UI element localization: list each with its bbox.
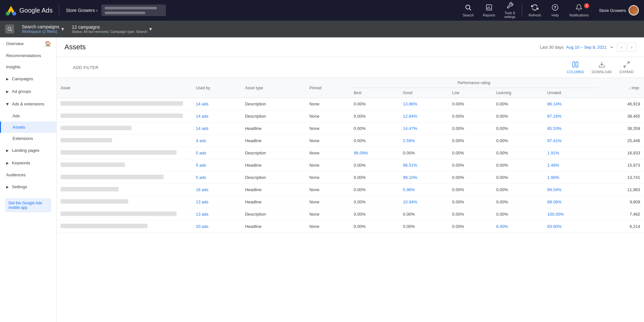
expand-button[interactable]: EXPAND <box>617 60 636 75</box>
date-prev-button[interactable]: ‹ <box>617 43 626 52</box>
used-by-cell[interactable]: 5 ads <box>192 159 241 171</box>
asset-type-header[interactable]: Asset type <box>241 78 306 98</box>
unrated-cell[interactable]: 89.06% <box>543 196 598 208</box>
used-by-cell[interactable]: 14 ads <box>192 98 241 110</box>
content-header: Assets Last 30 days Aug 10 – Sep 8, 2021… <box>57 37 644 57</box>
tools-nav-button[interactable]: Tools &settings <box>500 1 519 20</box>
best-header[interactable]: Best <box>350 88 399 98</box>
date-next-button[interactable]: › <box>627 43 636 52</box>
sidebar-item-keywords[interactable]: ▸ Keywords <box>0 157 56 169</box>
sidebar-item-landing-pages[interactable]: ▸ Landing pages <box>0 144 56 157</box>
notifications-nav-button[interactable]: 1 Notifications <box>565 3 592 18</box>
good-cell[interactable]: 13.86% <box>399 98 448 110</box>
sidebar-item-ad-groups[interactable]: ▸ Ad groups <box>0 85 56 98</box>
good-cell[interactable]: 5.96% <box>399 184 448 196</box>
svg-point-3 <box>466 5 470 9</box>
unrated-cell[interactable]: 97.41% <box>543 135 598 147</box>
filter-icon[interactable] <box>64 64 70 71</box>
used-by-cell[interactable]: 16 ads <box>192 184 241 196</box>
used-by-cell[interactable]: 5 ads <box>192 147 241 159</box>
campaign-selector[interactable]: Search campaigns Workspace (2 filters) ▾ <box>22 24 64 34</box>
campaign-search-box[interactable] <box>5 24 14 34</box>
sidebar-item-campaigns[interactable]: ▸ Campaigns <box>0 73 56 85</box>
avatar[interactable] <box>629 5 639 15</box>
unrated-cell[interactable]: 85.53% <box>543 122 598 135</box>
unrated-cell[interactable]: 86.14% <box>543 98 598 110</box>
good-cell[interactable]: 12.84% <box>399 110 448 122</box>
asset-type-cell: Description <box>241 98 306 110</box>
used-by-header[interactable]: Used by <box>192 78 241 98</box>
sidebar-item-ads[interactable]: Ads <box>0 110 56 122</box>
columns-button[interactable]: COLUMNS <box>564 60 587 75</box>
impr-cell: 38,465 <box>598 110 644 122</box>
unrated-cell[interactable]: 100.00% <box>543 208 598 220</box>
unrated-cell[interactable]: 93.60% <box>543 220 598 233</box>
settings-expand-icon: ▸ <box>6 184 9 190</box>
good-cell[interactable]: 10.94% <box>399 196 448 208</box>
blurred-asset <box>61 101 183 106</box>
download-button[interactable]: DOWNLOAD <box>589 60 615 75</box>
used-by-cell[interactable]: 14 ads <box>192 110 241 122</box>
account-name-right[interactable]: Store Growers <box>599 8 626 13</box>
sidebar-item-ads-extensions[interactable]: ▾ Ads & extensions <box>0 98 56 110</box>
pinned-header[interactable]: Pinned <box>305 78 350 98</box>
chevron-right-icon: › <box>96 8 98 13</box>
assets-label: Assets <box>13 125 25 130</box>
used-by-cell[interactable]: 20 ads <box>192 220 241 233</box>
add-filter-button[interactable]: ADD FILTER <box>73 65 99 70</box>
learning-header[interactable]: Learning <box>492 88 543 98</box>
campaign-count-selector[interactable]: 12 campaigns Status: All but removed, Ca… <box>72 24 152 34</box>
good-cell[interactable]: 98.10% <box>399 171 448 184</box>
asset-type-cell: Headline <box>241 159 306 171</box>
sidebar-item-insights[interactable]: Insights <box>0 61 56 73</box>
sidebar-item-assets[interactable]: Assets <box>0 122 56 133</box>
good-cell[interactable]: 98.51% <box>399 159 448 171</box>
refresh-nav-button[interactable]: Refresh <box>525 3 545 18</box>
good-header[interactable]: Good <box>399 88 448 98</box>
asset-header[interactable]: Asset <box>57 78 192 98</box>
sidebar-item-extensions[interactable]: Extensions <box>0 133 56 144</box>
used-by-cell[interactable]: 13 ads <box>192 196 241 208</box>
used-by-cell[interactable]: 14 ads <box>192 122 241 135</box>
unrated-cell[interactable]: 87.16% <box>543 110 598 122</box>
learning-cell[interactable]: 6.40% <box>492 220 543 233</box>
used-by-cell[interactable]: 5 ads <box>192 171 241 184</box>
sidebar-footer: Get the Google Ads mobile app <box>0 193 56 218</box>
good-cell[interactable]: 14.47% <box>399 122 448 135</box>
blurred-asset <box>61 126 131 130</box>
unrated-cell[interactable]: 1.90% <box>543 171 598 184</box>
unrated-cell[interactable]: 1.91% <box>543 147 598 159</box>
used-by-cell[interactable]: 13 ads <box>192 208 241 220</box>
reports-nav-label: Reports <box>483 13 495 17</box>
campaign-count-dropdown-arrow: ▾ <box>149 25 152 33</box>
sidebar-item-settings[interactable]: ▸ Settings <box>0 181 56 193</box>
expand-icon <box>623 61 630 70</box>
mobile-app-button[interactable]: Get the Google Ads mobile app <box>5 198 51 212</box>
used-by-cell[interactable]: 4 ads <box>192 135 241 147</box>
date-range-value[interactable]: Aug 10 – Sep 8, 2021 <box>566 45 607 50</box>
blurred-asset <box>61 199 128 204</box>
asset-type-cell: Description <box>241 171 306 184</box>
learning-cell: 0.00% <box>492 208 543 220</box>
date-dropdown-icon[interactable] <box>609 44 614 50</box>
unrated-cell[interactable]: 1.49% <box>543 159 598 171</box>
impr-cell: 16,933 <box>598 147 644 159</box>
sidebar-item-overview[interactable]: Overview 🏠 <box>0 37 56 50</box>
account-nav-name[interactable]: Store Growers › <box>66 8 98 13</box>
impr-header[interactable]: ↓ Impr. <box>598 78 644 98</box>
sidebar-item-audiences[interactable]: Audiences <box>0 169 56 181</box>
date-nav: ‹ › <box>617 43 636 52</box>
low-header[interactable]: Low <box>448 88 493 98</box>
low-cell: 0.00% <box>448 110 493 122</box>
unrated-cell[interactable]: 94.04% <box>543 184 598 196</box>
blurred-asset <box>61 224 148 228</box>
asset-cell <box>57 135 192 147</box>
reports-nav-button[interactable]: Reports <box>479 3 499 18</box>
account-bar[interactable] <box>101 5 166 16</box>
help-nav-button[interactable]: ? Help <box>546 3 564 18</box>
good-cell[interactable]: 2.59% <box>399 135 448 147</box>
content-area: Assets Last 30 days Aug 10 – Sep 8, 2021… <box>57 37 644 322</box>
sidebar-item-recommendations[interactable]: Recommendations <box>0 50 56 61</box>
search-nav-button[interactable]: Search <box>459 3 478 18</box>
unrated-header[interactable]: Unrated <box>543 88 598 98</box>
